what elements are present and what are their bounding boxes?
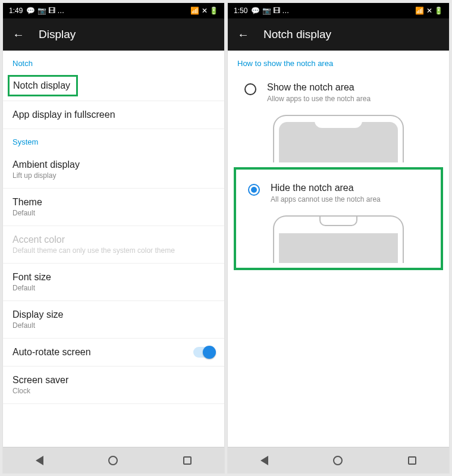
- status-right-icons: 📶 ✕ 🔋: [415, 7, 443, 14]
- nav-back-icon[interactable]: [36, 456, 43, 465]
- row-screen-saver[interactable]: Screen saver Clock: [3, 367, 224, 404]
- option-show-notch[interactable]: Show the notch area Allow apps to use th…: [228, 73, 449, 107]
- row-ambient-display[interactable]: Ambient display Lift up display: [3, 151, 224, 189]
- switch-auto-rotate[interactable]: [193, 347, 215, 358]
- option-hide-notch[interactable]: Hide the notch area All apps cannot use …: [240, 173, 437, 207]
- back-icon[interactable]: ←: [12, 28, 24, 42]
- section-system: System: [3, 129, 224, 151]
- row-notch-display[interactable]: Notch display: [13, 80, 70, 91]
- section-how-to-show: How to show the notch area: [228, 51, 449, 73]
- section-notch: Notch: [3, 51, 224, 73]
- phone-right: 1:50 💬 📷 🎞 … 📶 ✕ 🔋 ← Notch display How t…: [227, 2, 450, 474]
- appbar-title: Notch display: [263, 28, 331, 41]
- row-font-size[interactable]: Font size Default: [3, 264, 224, 301]
- status-icons: 💬 📷 🎞 …: [26, 7, 64, 14]
- nav-bar: [228, 447, 449, 473]
- app-bar: ← Notch display: [228, 18, 449, 51]
- notch-options: How to show the notch area Show the notc…: [228, 51, 449, 447]
- app-bar: ← Display: [3, 18, 224, 51]
- preview-hide-notch: [273, 215, 404, 263]
- preview-show-notch: [273, 115, 404, 162]
- nav-recent-icon[interactable]: [183, 456, 192, 465]
- status-icons: 💬 📷 🎞 …: [251, 7, 289, 14]
- status-bar: 1:49 💬 📷 🎞 … 📶 ✕ 🔋: [3, 3, 224, 18]
- status-bar: 1:50 💬 📷 🎞 … 📶 ✕ 🔋: [228, 3, 449, 18]
- row-auto-rotate[interactable]: Auto-rotate screen: [3, 339, 224, 367]
- highlight-notch-display: Notch display: [8, 75, 78, 96]
- nav-bar: [3, 447, 224, 473]
- phone-left: 1:49 💬 📷 🎞 … 📶 ✕ 🔋 ← Display Notch Notch…: [2, 2, 225, 474]
- radio-unselected-icon[interactable]: [244, 83, 256, 95]
- appbar-title: Display: [39, 28, 76, 41]
- row-display-size[interactable]: Display size Default: [3, 301, 224, 339]
- row-accent-color: Accent color Default theme can only use …: [3, 226, 224, 264]
- nav-home-icon[interactable]: [333, 456, 343, 465]
- status-time: 1:49: [9, 7, 23, 14]
- status-right-icons: 📶 ✕ 🔋: [190, 7, 218, 14]
- highlight-hide-notch: Hide the notch area All apps cannot use …: [234, 167, 443, 270]
- nav-home-icon[interactable]: [108, 456, 118, 465]
- nav-back-icon[interactable]: [260, 456, 268, 465]
- row-theme[interactable]: Theme Default: [3, 189, 224, 226]
- back-icon[interactable]: ←: [237, 28, 249, 42]
- radio-selected-icon[interactable]: [248, 184, 260, 196]
- status-time: 1:50: [234, 7, 247, 14]
- nav-recent-icon[interactable]: [408, 456, 416, 465]
- settings-list: Notch Notch display App display in fulls…: [3, 51, 224, 447]
- row-app-display-fullscreen[interactable]: App display in fullscreen: [3, 101, 224, 129]
